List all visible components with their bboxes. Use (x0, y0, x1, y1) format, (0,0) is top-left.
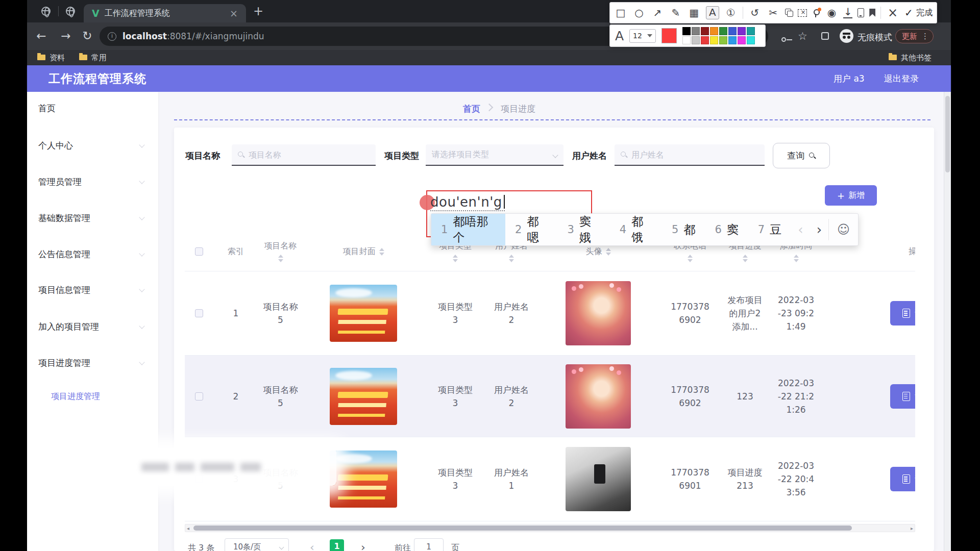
sort-icons[interactable] (794, 255, 799, 262)
ime-candidate[interactable]: 1都唔那个 (431, 214, 505, 245)
device-icon[interactable] (857, 8, 864, 17)
ime-candidate[interactable]: 7豆 (748, 214, 791, 245)
sidebar-item-basedata[interactable]: 基础数据管理 (38, 212, 148, 224)
password-key-icon[interactable] (781, 37, 786, 42)
browser-update-button[interactable]: 更新 ⋮ (895, 29, 934, 43)
scrollbar-thumb[interactable] (193, 525, 852, 531)
region-cut-icon[interactable]: ✂ (767, 7, 780, 19)
palette-color-swatch[interactable] (738, 36, 746, 44)
emoji-icon[interactable]: ☺ (829, 214, 858, 245)
row-checkbox[interactable] (195, 392, 203, 400)
active-tab[interactable]: V 工作流程管理系统 × (84, 4, 246, 22)
ime-candidate[interactable]: 2都嗯 (505, 214, 557, 245)
font-size-select[interactable]: 12 (629, 29, 656, 43)
logout-link[interactable]: 退出登录 (884, 65, 919, 92)
pinned-tab[interactable] (66, 7, 75, 18)
step-number-tool-icon[interactable]: ① (724, 7, 738, 19)
ime-candidate[interactable]: 6窦 (705, 214, 748, 245)
extension-icon[interactable] (821, 32, 829, 40)
sidebar-item-home[interactable]: 首页 (38, 102, 148, 114)
pagination-prev[interactable]: ‹ (310, 541, 314, 551)
pinned-tab[interactable] (41, 7, 51, 18)
site-info-icon[interactable]: i (108, 32, 116, 41)
pagination-goto-input[interactable] (414, 538, 444, 551)
sort-icons[interactable] (743, 255, 748, 262)
palette-color-swatch[interactable] (728, 36, 737, 44)
sidebar-subitem-progress-active[interactable]: 项目进度管理 (51, 391, 100, 402)
arrow-tool-icon[interactable]: ↗ (651, 7, 664, 19)
palette-color-swatch[interactable] (682, 27, 691, 35)
table-horizontal-scrollbar[interactable]: ◂ ▸ (185, 524, 915, 532)
back-button[interactable]: ← (34, 29, 48, 42)
header-cover[interactable]: 项目封面 (302, 232, 425, 271)
ime-candidate[interactable]: 3窦娥 (557, 214, 609, 245)
ime-candidate[interactable]: 5都 (662, 214, 705, 245)
palette-color-swatch[interactable] (701, 27, 709, 35)
table-row[interactable]: 2 项目名称 5 项目类型 3 用户姓名 2 1770378 6902 123 … (185, 356, 915, 437)
ime-next-page-icon[interactable]: › (810, 214, 828, 245)
sidebar-item-admin[interactable]: 管理员管理 (38, 176, 148, 188)
add-button[interactable]: + 新增 (825, 185, 877, 206)
detail-button[interactable]: 详情 (890, 384, 915, 409)
ime-composition[interactable]: dou'en'n'g (430, 194, 505, 211)
sort-icons[interactable] (278, 255, 283, 262)
ime-prev-page-icon[interactable]: ‹ (791, 214, 810, 245)
pin-icon[interactable] (812, 9, 820, 17)
palette-color-swatch[interactable] (738, 27, 746, 35)
new-tab-button[interactable]: + (253, 4, 263, 18)
breadcrumb-home[interactable]: 首页 (463, 103, 480, 115)
sort-icons[interactable] (453, 255, 458, 262)
palette-color-swatch[interactable] (719, 36, 727, 44)
palette-color-swatch[interactable] (719, 27, 727, 35)
tab-close-icon[interactable]: × (228, 8, 240, 19)
reload-button[interactable]: ↻ (80, 29, 94, 42)
sort-icons[interactable] (606, 248, 611, 256)
ime-candidate[interactable]: 4都饿 (610, 214, 662, 245)
pagination-next[interactable]: › (361, 541, 365, 551)
user-name-input[interactable] (631, 150, 758, 160)
record-icon[interactable]: ◉ (825, 7, 838, 19)
sidebar-item-joined[interactable]: 加入的项目管理 (38, 320, 148, 333)
sidebar-item-projectinfo[interactable]: 项目信息管理 (38, 284, 148, 296)
scroll-left-icon[interactable]: ◂ (187, 525, 189, 532)
sort-icons[interactable] (379, 248, 384, 256)
project-type-select[interactable]: 请选择项目类型 (426, 144, 564, 166)
detail-button[interactable]: 详情 (890, 301, 915, 325)
page-scrollbar[interactable] (944, 92, 951, 551)
sidebar-item-progress[interactable]: 项目进度管理 (38, 357, 148, 369)
table-row[interactable]: 1 项目名称 5 项目类型 3 用户姓名 2 1770378 6902 发布项目… (185, 271, 915, 356)
palette-color-swatch[interactable] (747, 36, 755, 44)
confirm-capture-button[interactable]: ✓ 完成 (904, 7, 933, 19)
palette-color-swatch[interactable] (692, 36, 700, 44)
page-size-select[interactable]: 10条/页 (225, 538, 289, 551)
sidebar-item-profile[interactable]: 个人中心 (38, 139, 148, 152)
other-bookmarks[interactable]: 其他书签 (889, 53, 932, 63)
detail-button[interactable]: 详情 (890, 467, 915, 491)
sort-icons[interactable] (688, 255, 693, 262)
palette-color-swatch[interactable] (747, 27, 755, 35)
incognito-avatar-icon[interactable] (840, 29, 853, 43)
header-name[interactable]: 项目名称 (259, 232, 302, 271)
pagination-current-page[interactable]: 1 (330, 539, 344, 551)
palette-color-swatch[interactable] (710, 27, 718, 35)
mosaic-tool-icon[interactable]: ▦ (688, 7, 701, 19)
undo-icon[interactable]: ↺ (748, 7, 762, 19)
bookmark-tool-icon[interactable] (869, 9, 875, 17)
bookmark-star-icon[interactable]: ☆ (798, 30, 807, 42)
sort-icons[interactable] (509, 255, 514, 262)
pen-tool-icon[interactable]: ✎ (669, 7, 682, 19)
menu-dots-icon[interactable]: ⋮ (921, 32, 929, 41)
bookmark-folder[interactable]: 常用 (79, 53, 107, 63)
scroll-right-icon[interactable]: ▸ (911, 525, 913, 532)
query-button[interactable]: 查询 (773, 143, 830, 168)
sidebar-item-notice[interactable]: 公告信息管理 (38, 248, 148, 260)
text-tool-icon[interactable]: A (706, 6, 719, 19)
bookmark-folder[interactable]: 资料 (37, 53, 65, 63)
row-checkbox[interactable] (195, 309, 203, 317)
rect-tool-icon[interactable]: □ (614, 7, 627, 19)
palette-color-swatch[interactable] (682, 36, 691, 44)
palette-color-swatch[interactable] (701, 36, 709, 44)
download-icon[interactable]: ↓ (843, 8, 852, 18)
ocr-icon[interactable] (798, 9, 807, 17)
palette-color-swatch[interactable] (728, 27, 737, 35)
